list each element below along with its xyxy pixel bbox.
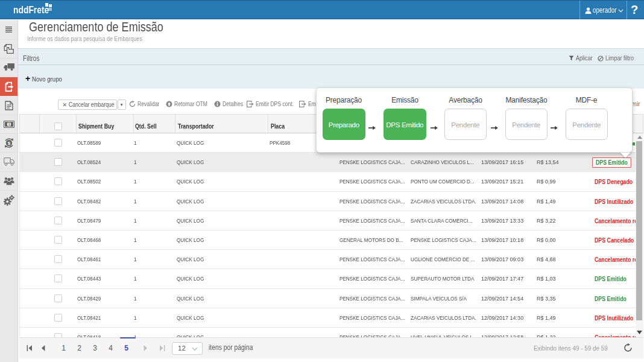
svg-text:1: 1 — [8, 122, 10, 126]
svg-text:$: $ — [7, 141, 10, 146]
